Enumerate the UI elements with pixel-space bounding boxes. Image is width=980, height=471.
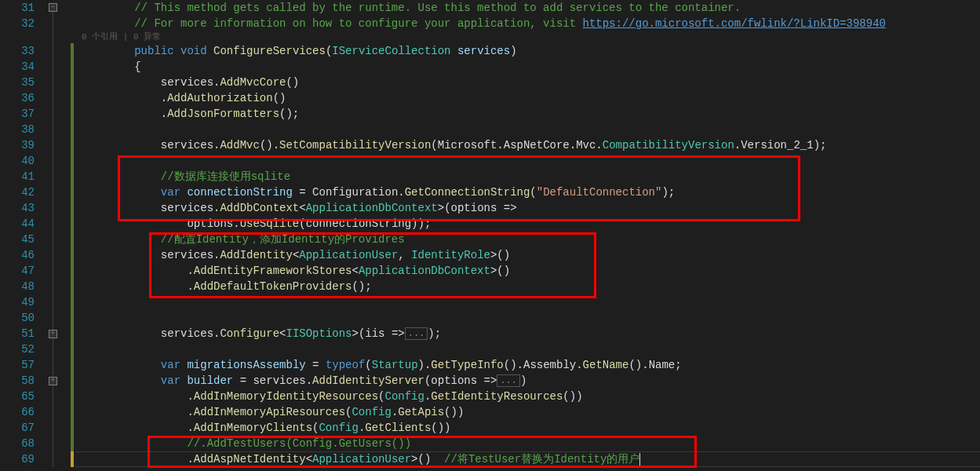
code-line[interactable] — [82, 341, 980, 357]
code-line[interactable]: .AddInMemoryApiResources(Config.GetApis(… — [82, 404, 980, 420]
code-line[interactable] — [82, 310, 980, 326]
fold-box-icon[interactable]: + — [49, 330, 57, 338]
code-line[interactable]: services.AddMvc().SetCompatibilityVersio… — [82, 137, 980, 153]
collapsed-region-icon[interactable]: ... — [497, 374, 520, 387]
code-line[interactable]: public void ConfigureServices(IServiceCo… — [82, 43, 980, 59]
code-line[interactable]: options.UseSqlite(connectionString)); — [82, 216, 980, 232]
line-number-gutter: 31 32 33 34 35 36 37 38 39 40 41 42 43 4… — [0, 0, 44, 471]
code-line[interactable] — [82, 294, 980, 310]
code-line[interactable]: services.Configure<IISOptions>(iis =>...… — [82, 326, 980, 341]
fold-box-icon[interactable]: − — [49, 3, 57, 12]
doc-link[interactable]: https://go.microsoft.com/fwlink/?LinkID=… — [583, 17, 886, 30]
code-line[interactable]: var builder = services.AddIdentityServer… — [82, 373, 980, 389]
code-line[interactable]: .AddEntityFrameworkStores<ApplicationDbC… — [82, 263, 980, 279]
code-line[interactable]: //配置Identity，添加Identity的Providres — [82, 232, 980, 247]
code-line[interactable] — [82, 122, 980, 137]
code-line[interactable]: services.AddMvcCore() — [82, 75, 980, 90]
code-line[interactable]: var migrationsAssembly = typeof(Startup)… — [82, 357, 980, 373]
code-line[interactable]: .AddInMemoryClients(Config.GetClients()) — [82, 420, 980, 436]
code-line[interactable]: .AddInMemoryIdentityResources(Config.Get… — [82, 389, 980, 404]
code-line[interactable]: // For more information on how to config… — [82, 16, 980, 31]
collapsed-region-icon[interactable]: ... — [405, 327, 428, 340]
code-line[interactable]: var connectionString = Configuration.Get… — [82, 184, 980, 200]
code-line[interactable]: .AddAuthorization() — [82, 90, 980, 106]
code-line[interactable] — [82, 153, 980, 169]
code-line[interactable]: services.AddIdentity<ApplicationUser, Id… — [82, 247, 980, 263]
code-line[interactable]: .AddJsonFormatters(); — [82, 106, 980, 122]
code-line[interactable]: //数据库连接使用sqlite — [82, 169, 980, 184]
codelens-hint[interactable]: 0 个引用 | 0 异常 — [82, 31, 980, 43]
code-line[interactable]: //.AddTestUsers(Config.GetUsers()) — [82, 436, 980, 451]
text-cursor-icon — [639, 453, 640, 466]
code-line[interactable]: { — [82, 59, 980, 75]
code-line[interactable]: .AddAspNetIdentity<ApplicationUser>() //… — [82, 451, 980, 467]
fold-box-icon[interactable]: + — [49, 377, 57, 385]
code-line[interactable]: .AddDefaultTokenProviders(); — [82, 279, 980, 294]
code-editor[interactable]: 31 32 33 34 35 36 37 38 39 40 41 42 43 4… — [0, 0, 980, 471]
code-line[interactable]: services.AddDbContext<ApplicationDbConte… — [82, 200, 980, 216]
fold-column[interactable]: − + + — [44, 0, 71, 471]
code-line[interactable]: // This method gets called by the runtim… — [82, 0, 980, 16]
code-area[interactable]: // This method gets called by the runtim… — [75, 0, 980, 471]
